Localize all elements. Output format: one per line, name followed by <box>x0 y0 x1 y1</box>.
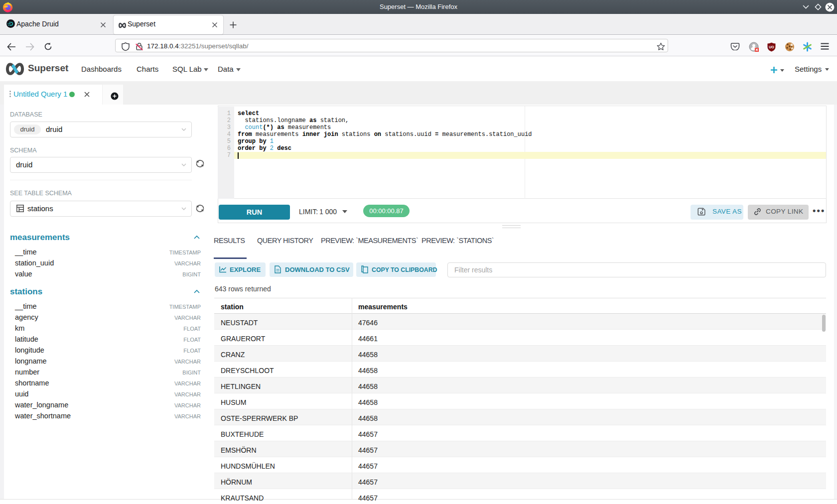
svg-text:UO: UO <box>769 45 774 49</box>
